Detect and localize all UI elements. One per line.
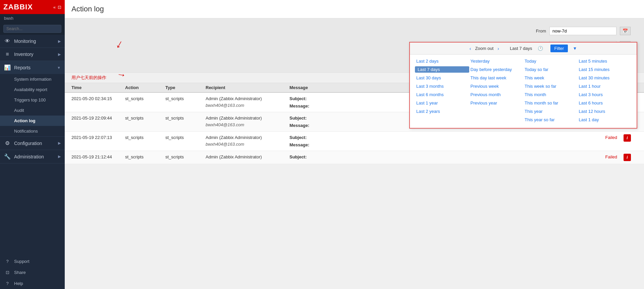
collapse-icon[interactable]: « bbox=[53, 5, 56, 10]
cell-recipient-4: Admin (Zabbix Administrator) bbox=[206, 154, 289, 160]
sidebar-item-audit[interactable]: Audit bbox=[0, 105, 65, 116]
dp-this-month[interactable]: This month bbox=[523, 91, 578, 98]
sidebar-item-configuration[interactable]: ⚙ Configuration ▶ bbox=[0, 137, 65, 150]
dp-last5min[interactable]: Last 5 minutes bbox=[578, 58, 632, 64]
sidebar-item-availability[interactable]: Availability report bbox=[0, 84, 65, 95]
cell-type-4: st_scripts bbox=[165, 154, 206, 160]
configuration-arrow: ▶ bbox=[58, 141, 61, 145]
dp-this-year-so-far[interactable]: This year so far bbox=[523, 117, 578, 123]
sidebar-item-inventory[interactable]: ≡ Inventory ▶ bbox=[0, 48, 65, 61]
inventory-arrow: ▶ bbox=[58, 52, 61, 57]
sidebar-logo: ZABBIX bbox=[3, 3, 33, 11]
sidebar-header-icons: « ⊡ bbox=[53, 5, 61, 10]
sidebar-item-administration[interactable]: 🔧 Administration ▶ bbox=[0, 150, 65, 163]
dp-col-1: Last 2 days Last 7 days Last 30 days Las… bbox=[415, 58, 469, 123]
search-input[interactable] bbox=[3, 25, 61, 33]
dp-last6months[interactable]: Last 6 months bbox=[415, 91, 469, 98]
monitoring-arrow: ▶ bbox=[58, 39, 61, 44]
dp-this-year[interactable]: This year bbox=[523, 108, 578, 115]
cell-action-1: st_scripts bbox=[125, 95, 165, 102]
cell-message-4: Subject: bbox=[289, 154, 577, 160]
reports-sub-items: System information Availability report T… bbox=[0, 74, 65, 136]
dp-yesterday[interactable]: Yesterday bbox=[469, 58, 524, 64]
sidebar-item-support[interactable]: ? Support bbox=[0, 256, 65, 267]
dp-col-3: Today Today so far This week This week s… bbox=[523, 58, 578, 123]
dp-day-before-yesterday[interactable]: Day before yesterday bbox=[469, 66, 524, 73]
cell-type-2: st_scripts bbox=[165, 115, 206, 122]
dp-last6hours[interactable]: Last 6 hours bbox=[578, 100, 632, 106]
nav-group-configuration: ⚙ Configuration ▶ bbox=[0, 137, 65, 150]
dp-this-month-so-far[interactable]: This month so far bbox=[523, 100, 578, 106]
sidebar-item-monitoring[interactable]: 👁 Monitoring ▶ bbox=[0, 35, 65, 48]
dp-this-week-so-far[interactable]: This week so far bbox=[523, 83, 578, 89]
col-type: Type bbox=[165, 85, 206, 90]
col-action: Action bbox=[125, 85, 165, 90]
subject-label-3: Subject: bbox=[289, 134, 577, 141]
dp-previous-month[interactable]: Previous month bbox=[469, 91, 524, 98]
dp-last1hour[interactable]: Last 1 hour bbox=[578, 83, 632, 89]
cell-message-3: Subject: Message: bbox=[289, 134, 577, 148]
sidebar-item-help[interactable]: ? Help bbox=[0, 278, 65, 289]
dp-last2days[interactable]: Last 2 days bbox=[415, 58, 469, 64]
resize-icon[interactable]: ⊡ bbox=[58, 5, 61, 10]
message-label-3: Message: bbox=[289, 142, 577, 148]
recipient-name-3: Admin (Zabbix Administrator) bbox=[206, 134, 289, 141]
configuration-label: Configuration bbox=[14, 141, 55, 146]
sidebar-item-share[interactable]: ⊡ Share bbox=[0, 267, 65, 278]
recipient-email-3: bwxh404@163.com bbox=[206, 141, 289, 148]
filter-top-button[interactable]: Filter bbox=[550, 45, 568, 52]
table-row: 2021-05-19 22:07:13 st_scripts st_script… bbox=[65, 132, 644, 151]
dp-previous-week[interactable]: Previous week bbox=[469, 83, 524, 89]
dp-last30days[interactable]: Last 30 days bbox=[415, 75, 469, 81]
cell-recipient-3: Admin (Zabbix Administrator) bwxh404@163… bbox=[206, 134, 289, 147]
help-icon: ? bbox=[4, 281, 11, 286]
dp-last3months[interactable]: Last 3 months bbox=[415, 83, 469, 89]
dp-last15min[interactable]: Last 15 minutes bbox=[578, 66, 632, 73]
cell-action-3: st_scripts bbox=[125, 134, 165, 141]
dp-col-2: Yesterday Day before yesterday This day … bbox=[469, 58, 524, 123]
table-row: 2021-05-19 21:12:44 st_scripts st_script… bbox=[65, 151, 644, 164]
nav-group-inventory: ≡ Inventory ▶ bbox=[0, 48, 65, 61]
dp-last1day[interactable]: Last 1 day bbox=[578, 117, 632, 123]
sidebar-item-triggers-top[interactable]: Triggers top 100 bbox=[0, 95, 65, 105]
from-input[interactable] bbox=[549, 27, 616, 35]
col-time: Time bbox=[71, 85, 125, 90]
administration-arrow: ▶ bbox=[58, 154, 61, 159]
dp-today-so-far[interactable]: Today so far bbox=[523, 66, 578, 73]
dp-col-4: Last 5 minutes Last 15 minutes Last 30 m… bbox=[578, 58, 632, 123]
dp-last30min[interactable]: Last 30 minutes bbox=[578, 75, 632, 81]
recipient-name-1: Admin (Zabbix Administrator) bbox=[206, 95, 289, 102]
dp-this-day-last-week[interactable]: This day last week bbox=[469, 75, 524, 81]
cell-status-4: Failed bbox=[577, 154, 617, 160]
date-picker-dropdown: ‹ Zoom out › Last 7 days 🕐 Filter ▼ Last… bbox=[409, 42, 637, 129]
zoom-prev-button[interactable]: ‹ bbox=[470, 46, 471, 51]
sidebar-item-notifications[interactable]: Notifications bbox=[0, 126, 65, 136]
recipient-name-4: Admin (Zabbix Administrator) bbox=[206, 154, 289, 160]
administration-icon: 🔧 bbox=[4, 153, 11, 160]
filter-funnel-icon: ▼ bbox=[573, 46, 577, 51]
sidebar-item-reports[interactable]: 📊 Reports ▼ bbox=[0, 61, 65, 74]
help-label: Help bbox=[14, 281, 23, 286]
info-button-3[interactable]: i bbox=[624, 134, 631, 142]
from-calendar-button[interactable]: 📅 bbox=[620, 27, 631, 35]
dp-today[interactable]: Today bbox=[523, 58, 578, 64]
dp-last3hours[interactable]: Last 3 hours bbox=[578, 91, 632, 98]
dp-this-week[interactable]: This week bbox=[523, 75, 578, 81]
reports-label: Reports bbox=[14, 65, 54, 70]
zoom-out-label: Zoom out bbox=[475, 46, 493, 51]
zoom-next-button[interactable]: › bbox=[497, 46, 499, 51]
status-failed-4: Failed bbox=[605, 154, 617, 159]
cell-info-4: i bbox=[617, 154, 637, 161]
sidebar-item-system-info[interactable]: System information bbox=[0, 74, 65, 84]
dp-last2years[interactable]: Last 2 years bbox=[415, 108, 469, 115]
dp-previous-year[interactable]: Previous year bbox=[469, 100, 524, 106]
last7-label: Last 7 days bbox=[510, 46, 532, 51]
filter-from-row: From 📅 bbox=[533, 27, 631, 35]
dp-last1year[interactable]: Last 1 year bbox=[415, 100, 469, 106]
dp-last7days[interactable]: Last 7 days bbox=[415, 66, 469, 73]
status-failed-3: Failed bbox=[605, 135, 617, 140]
recipient-email-1: bwxh404@163.com bbox=[206, 102, 289, 109]
info-button-4[interactable]: i bbox=[624, 154, 631, 161]
dp-last12hours[interactable]: Last 12 hours bbox=[578, 108, 632, 115]
sidebar-item-action-log[interactable]: Action log bbox=[0, 116, 65, 126]
